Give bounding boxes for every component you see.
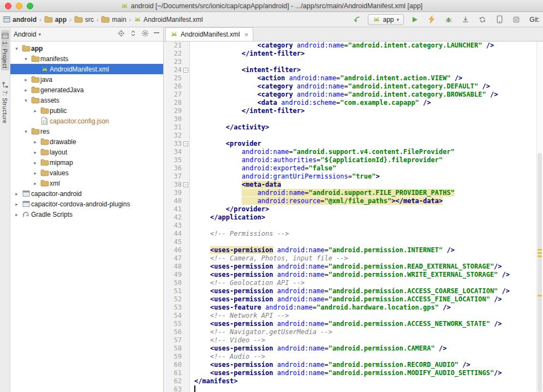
tree-item-res[interactable]: ▾res <box>10 126 163 136</box>
tree-item-androidmanifest-xml[interactable]: AndroidManifest.xml <box>10 64 163 74</box>
breadcrumb-item-android[interactable]: android <box>3 16 37 23</box>
line-number[interactable]: 47 <box>164 254 190 263</box>
code-line-content[interactable]: <intent-filter> <box>190 66 301 74</box>
line-number[interactable]: 51 <box>164 287 190 295</box>
code-line[interactable]: 53 <uses-feature android:name="android.h… <box>164 304 543 312</box>
attach-debugger-button[interactable] <box>351 14 363 26</box>
tree-item-capacitor-cordova-android-plugins[interactable]: ▸capacitor-cordova-android-plugins <box>10 199 163 209</box>
debug-button[interactable] <box>443 14 455 26</box>
tree-item-drawable[interactable]: ▸drawable <box>10 136 163 147</box>
tree-item-gradle-scripts[interactable]: ▸Gradle Scripts <box>10 209 163 219</box>
code-line[interactable]: 47 <!-- Camera, Photos, input file --> <box>164 254 543 263</box>
tree-expanded-arrow-icon[interactable]: ▾ <box>22 56 30 62</box>
code-line-content[interactable] <box>190 58 194 66</box>
run-configuration-selector[interactable]: app ▾ <box>368 14 404 25</box>
line-number[interactable]: 27 <box>164 91 190 99</box>
code-line[interactable]: 63 <box>164 385 543 392</box>
code-line[interactable]: 44 <!-- Permissions --> <box>164 230 543 238</box>
editor-tab-androidmanifest[interactable]: AndroidManifest.xml × <box>165 27 253 41</box>
stop-button[interactable] <box>510 14 522 26</box>
line-number[interactable]: 28 <box>164 99 190 107</box>
code-line[interactable]: 30 <box>164 115 543 123</box>
tree-item-generatedjava[interactable]: ▸generatedJava <box>10 85 163 95</box>
fold-region-icon[interactable]: - <box>183 182 188 187</box>
code-line-content[interactable] <box>190 222 194 230</box>
tree-collapsed-arrow-icon[interactable]: ▸ <box>31 170 39 176</box>
line-number[interactable]: 31 <box>164 123 190 132</box>
line-number[interactable]: 54 <box>164 312 190 320</box>
zoom-window-button[interactable] <box>27 3 33 9</box>
code-line[interactable]: 32 <box>164 132 543 140</box>
code-line[interactable]: 50 <!-- Geolocation API --> <box>164 279 543 287</box>
line-number[interactable]: 63 <box>164 385 190 392</box>
fold-region-icon[interactable]: - <box>183 141 188 146</box>
run-button[interactable] <box>409 14 421 26</box>
code-line[interactable]: 62</manifest> <box>164 377 543 385</box>
line-number[interactable]: 37 <box>164 173 190 181</box>
code-line[interactable]: 46 <uses-permission android:name="androi… <box>164 246 543 254</box>
line-number[interactable]: 62 <box>164 377 190 385</box>
code-line-content[interactable]: <uses-permission android:name="android.p… <box>190 246 455 254</box>
code-line-content[interactable]: <category android:name="android.intent.c… <box>190 91 498 99</box>
code-line-content[interactable]: </intent-filter> <box>190 107 305 115</box>
code-line[interactable]: 48 <uses-permission android:name="androi… <box>164 263 543 271</box>
code-line-content[interactable]: </provider> <box>190 205 269 213</box>
code-line[interactable]: 40 android:resource="@xml/file_paths"></… <box>164 197 543 205</box>
line-number[interactable]: 25 <box>164 74 190 82</box>
code-line-content[interactable]: <!-- Geolocation API --> <box>190 279 305 287</box>
code-line-content[interactable]: </application> <box>190 213 265 222</box>
line-number[interactable]: 59 <box>164 353 190 361</box>
close-icon[interactable]: × <box>244 31 249 38</box>
code-line-content[interactable]: android:name="android.support.v4.content… <box>190 148 455 156</box>
minimize-window-button[interactable] <box>16 3 22 9</box>
line-number[interactable]: 44 <box>164 230 190 238</box>
tree-item-manifests[interactable]: ▾manifests <box>10 54 163 64</box>
tree-item-layout[interactable]: ▸layout <box>10 147 163 157</box>
code-line-content[interactable]: <!-- Audio --> <box>190 353 265 361</box>
code-line-content[interactable]: <uses-permission android:name="android.p… <box>190 345 446 353</box>
code-line[interactable]: 21 <category android:name="android.inten… <box>164 41 543 50</box>
tool-stripe-tab-7-structure[interactable]: 7: Structure <box>1 79 9 126</box>
code-line-content[interactable]: <uses-permission android:name="android.p… <box>190 287 510 295</box>
code-line-content[interactable]: <!-- Network API --> <box>190 312 289 320</box>
code-line[interactable]: 37 android:grantUriPermissions="true"> <box>164 173 543 181</box>
tree-collapsed-arrow-icon[interactable]: ▸ <box>13 191 21 197</box>
scrollbar-mark[interactable] <box>538 252 542 254</box>
tree-item-values[interactable]: ▸values <box>10 168 163 178</box>
code-line[interactable]: 23 <box>164 58 543 66</box>
line-number[interactable]: 45 <box>164 238 190 246</box>
device-manager-button[interactable] <box>493 14 505 26</box>
code-line-content[interactable]: <uses-permission android:name="android.p… <box>190 271 510 279</box>
code-line-content[interactable]: <!-- Camera, Photos, input file --> <box>190 254 348 263</box>
code-line-content[interactable]: <!-- Video --> <box>190 336 265 345</box>
breadcrumb-item-src[interactable]: src <box>74 16 94 23</box>
code-line-content[interactable]: android:exported="false" <box>190 164 336 173</box>
code-line[interactable]: 58 <uses-permission android:name="androi… <box>164 345 543 353</box>
fold-region-icon[interactable]: - <box>183 68 188 73</box>
tree-expanded-arrow-icon[interactable]: ▾ <box>22 98 30 103</box>
hide-button[interactable] <box>153 29 160 39</box>
code-line-content[interactable] <box>190 115 194 123</box>
locate-button[interactable] <box>117 29 125 39</box>
line-number[interactable]: 34 <box>164 148 190 156</box>
line-number[interactable]: 29 <box>164 107 190 115</box>
close-window-button[interactable] <box>5 3 11 9</box>
code-line[interactable]: 29 </intent-filter> <box>164 107 543 115</box>
code-line[interactable]: 25 <action android:name="android.intent.… <box>164 74 543 82</box>
code-line-content[interactable]: android:resource="@xml/file_paths"></met… <box>190 197 443 205</box>
code-line-content[interactable]: android:grantUriPermissions="true"> <box>190 173 380 181</box>
tree-collapsed-arrow-icon[interactable]: ▸ <box>31 181 39 186</box>
code-line[interactable]: 27 <category android:name="android.inten… <box>164 91 543 99</box>
line-number[interactable]: 43 <box>164 222 190 230</box>
tree-collapsed-arrow-icon[interactable]: ▸ <box>31 139 39 145</box>
code-line[interactable]: 34 android:name="android.support.v4.cont… <box>164 148 543 156</box>
sync-gradle-button[interactable] <box>476 14 488 26</box>
line-number[interactable]: 39 <box>164 189 190 197</box>
code-line-content[interactable]: </activity> <box>190 123 269 132</box>
line-number[interactable]: 52 <box>164 295 190 304</box>
tree-item-app[interactable]: ▾app <box>10 43 163 54</box>
breadcrumb-item-main[interactable]: main <box>101 16 126 23</box>
code-line[interactable]: 43 <box>164 222 543 230</box>
code-line[interactable]: 54 <!-- Network API --> <box>164 312 543 320</box>
line-number[interactable]: 58 <box>164 345 190 353</box>
